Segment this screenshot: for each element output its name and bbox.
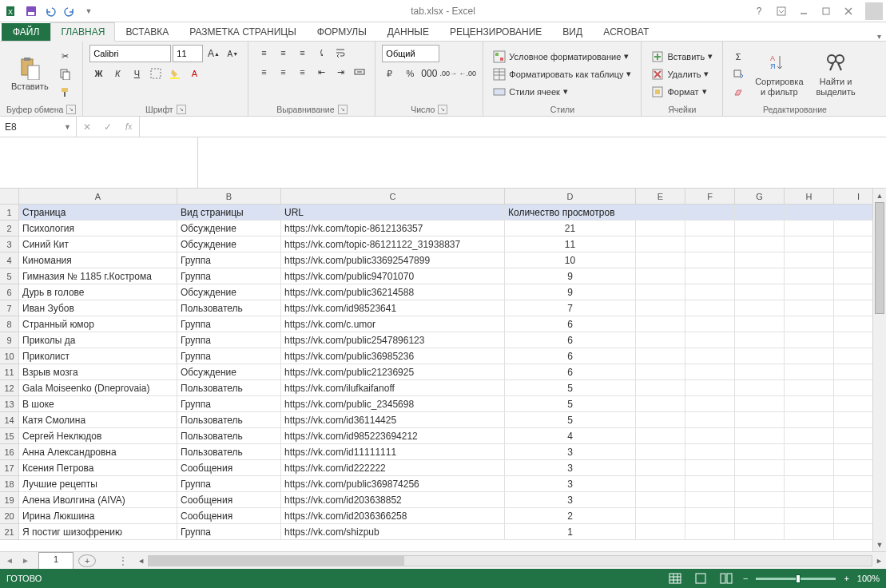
row-header[interactable]: 16 xyxy=(0,444,19,460)
cell[interactable]: https://vk.com/public21236925 xyxy=(281,364,505,380)
cell[interactable]: 1 xyxy=(505,524,636,540)
cell[interactable] xyxy=(685,380,735,396)
cell[interactable] xyxy=(735,220,785,236)
cell[interactable]: Психология xyxy=(19,220,177,236)
maximize-icon[interactable] xyxy=(816,3,836,19)
cell[interactable]: https://vk.com/public36214588 xyxy=(281,284,505,300)
cell[interactable]: 11 xyxy=(505,236,636,252)
percent-icon[interactable]: % xyxy=(401,66,419,81)
cell[interactable] xyxy=(735,364,785,380)
zoom-slider[interactable] xyxy=(756,578,836,580)
cell[interactable] xyxy=(735,205,785,220)
find-select-button[interactable]: Найти и выделить xyxy=(812,45,860,103)
border-icon[interactable] xyxy=(147,66,165,81)
cell[interactable]: Приколы да xyxy=(19,332,177,348)
cell[interactable]: 6 xyxy=(505,316,636,332)
row-header[interactable]: 8 xyxy=(0,316,19,332)
tab-view[interactable]: ВИД xyxy=(552,22,593,41)
cell[interactable]: https://vk.com/public369874256 xyxy=(281,476,505,492)
sheet-nav-next-icon[interactable]: ► xyxy=(19,556,32,565)
cell[interactable]: https://vk.com/id36114425 xyxy=(281,412,505,428)
cancel-formula-icon[interactable]: ✕ xyxy=(77,117,97,137)
cell[interactable] xyxy=(685,428,735,444)
cell[interactable] xyxy=(636,412,685,428)
row-header[interactable]: 9 xyxy=(0,332,19,348)
cell[interactable]: 2 xyxy=(505,508,636,524)
save-icon[interactable] xyxy=(22,2,40,20)
cell[interactable]: https://vk.com/public94701070 xyxy=(281,268,505,284)
cell[interactable] xyxy=(735,252,785,268)
horizontal-scrollbar[interactable]: ⋮ ◄ ► xyxy=(112,552,886,569)
cell[interactable]: Пользователь xyxy=(177,428,281,444)
vertical-scrollbar[interactable]: ▲ ▼ xyxy=(872,189,886,551)
hscroll-right-icon[interactable]: ► xyxy=(872,557,886,565)
ribbon-options-icon[interactable]: ▾ xyxy=(877,32,881,41)
cell[interactable]: Киномания xyxy=(19,252,177,268)
cell[interactable]: https://vk.com/ilufkaifanoff xyxy=(281,380,505,396)
cell[interactable]: Вид страницы xyxy=(177,205,281,220)
cell[interactable]: Gala Moiseenko (Dneprovaia) xyxy=(19,380,177,396)
tab-data[interactable]: ДАННЫЕ xyxy=(377,22,439,41)
fill-icon[interactable] xyxy=(729,66,747,82)
cell[interactable]: Обсуждение xyxy=(177,220,281,236)
name-box-dropdown-icon[interactable]: ▼ xyxy=(64,123,71,131)
tab-insert[interactable]: ВСТАВКА xyxy=(115,22,179,41)
cell[interactable] xyxy=(785,364,834,380)
cell[interactable]: Обсуждение xyxy=(177,364,281,380)
row-header[interactable]: 18 xyxy=(0,476,19,492)
cell[interactable] xyxy=(735,348,785,364)
comma-icon[interactable]: 000 xyxy=(420,66,438,81)
cell[interactable]: Группа xyxy=(177,268,281,284)
undo-icon[interactable] xyxy=(42,2,59,20)
font-name-select[interactable] xyxy=(89,45,171,62)
cell[interactable]: https://vk.com/topic-86121122_31938837 xyxy=(281,236,505,252)
column-header-h[interactable]: H xyxy=(785,189,834,204)
cell[interactable]: Сообщения xyxy=(177,508,281,524)
cell[interactable] xyxy=(636,460,685,476)
cell[interactable]: Синий Кит xyxy=(19,236,177,252)
cell[interactable] xyxy=(735,316,785,332)
cell[interactable]: Обсуждение xyxy=(177,236,281,252)
row-header[interactable]: 11 xyxy=(0,364,19,380)
cell[interactable]: 7 xyxy=(505,300,636,316)
account-avatar[interactable] xyxy=(865,2,883,20)
cell[interactable]: Группа xyxy=(177,332,281,348)
cell[interactable] xyxy=(735,396,785,412)
cell[interactable] xyxy=(785,316,834,332)
redo-icon[interactable] xyxy=(61,2,78,20)
row-header[interactable]: 21 xyxy=(0,524,19,540)
cell[interactable] xyxy=(685,444,735,460)
insert-function-icon[interactable]: fx xyxy=(118,117,139,137)
increase-indent-icon[interactable]: ⇥ xyxy=(332,64,349,80)
cell[interactable]: 9 xyxy=(505,284,636,300)
cell[interactable]: 3 xyxy=(505,444,636,460)
tab-formulas[interactable]: ФОРМУЛЫ xyxy=(307,22,377,41)
formula-bar[interactable] xyxy=(140,117,886,137)
cell[interactable]: https://vk.com/public2547896123 xyxy=(281,332,505,348)
row-header[interactable]: 14 xyxy=(0,412,19,428)
clear-icon[interactable] xyxy=(729,84,747,100)
cell[interactable] xyxy=(685,492,735,508)
scroll-track[interactable] xyxy=(873,202,886,538)
cell[interactable] xyxy=(636,476,685,492)
cut-icon[interactable]: ✂ xyxy=(57,49,74,65)
cell[interactable] xyxy=(785,476,834,492)
cell[interactable]: Пользователь xyxy=(177,380,281,396)
cell[interactable] xyxy=(685,396,735,412)
cell[interactable] xyxy=(636,524,685,540)
italic-icon[interactable]: К xyxy=(109,66,126,81)
cell[interactable] xyxy=(685,508,735,524)
conditional-formatting-button[interactable]: Условное форматирование ▾ xyxy=(490,49,634,65)
cell[interactable]: Группа xyxy=(177,476,281,492)
cell[interactable]: 9 xyxy=(505,268,636,284)
cell[interactable]: 21 xyxy=(505,220,636,236)
cell[interactable] xyxy=(685,300,735,316)
cell[interactable] xyxy=(735,492,785,508)
view-normal-icon[interactable] xyxy=(666,571,684,586)
column-header-a[interactable]: A xyxy=(19,189,177,204)
hscroll-track[interactable] xyxy=(148,555,872,566)
help-icon[interactable]: ? xyxy=(749,3,769,19)
row-header[interactable]: 19 xyxy=(0,492,19,508)
cell[interactable] xyxy=(735,412,785,428)
name-box[interactable]: E8▼ xyxy=(0,117,77,137)
